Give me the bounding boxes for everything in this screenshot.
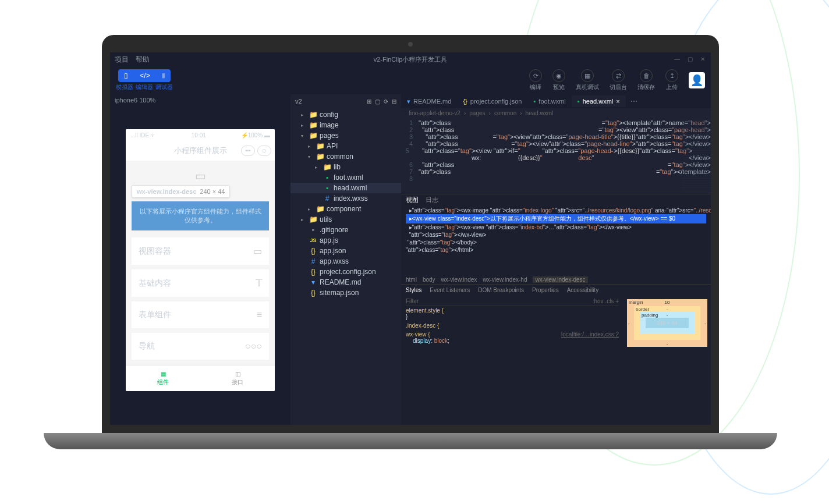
close-icon[interactable]: × xyxy=(616,98,619,105)
tab-dom[interactable]: 视图 xyxy=(406,196,419,204)
file-node[interactable]: {}project.config.json xyxy=(290,267,401,277)
file-node[interactable]: #index.wxss xyxy=(290,193,401,204)
dom-path-segment[interactable]: wx-view.index xyxy=(441,276,477,283)
editor-tab[interactable]: ▪head.wxml× xyxy=(572,95,626,107)
dom-node[interactable]: "attr">class="tag"></wx-view> xyxy=(406,231,706,239)
file-node[interactable]: ▪foot.wxml xyxy=(290,172,401,183)
inspected-element: 以下将展示小程序官方组件能力，组件样式仅供参考。 xyxy=(132,201,269,230)
new-file-icon[interactable]: ⊞ xyxy=(367,98,371,105)
grid-icon: ▦ xyxy=(161,371,166,377)
folder-icon: 📁 xyxy=(309,111,317,119)
dom-path-segment[interactable]: html xyxy=(406,276,417,283)
remote-debug-button[interactable]: ▦真机调试 xyxy=(576,69,599,91)
breadcrumb-segment[interactable]: common xyxy=(494,110,516,116)
mode-debugger-button[interactable]: ⫴ xyxy=(156,69,171,82)
compile-button[interactable]: ⟳编译 xyxy=(529,69,542,91)
file-node[interactable]: {}app.json xyxy=(290,246,401,256)
nav-close-button[interactable]: ⊙ xyxy=(257,145,271,156)
folder-node[interactable]: ▸📁utils xyxy=(290,214,401,225)
status-signal: ...ll IDE ᯤ xyxy=(130,132,157,139)
phone-nav-bar: 小程序组件展示 ••• ⊙ xyxy=(126,141,275,161)
mode-editor-button[interactable]: </> xyxy=(134,69,155,82)
styles-subtab[interactable]: Styles xyxy=(406,287,421,293)
dom-node[interactable]: "attr">class="tag"></html> xyxy=(406,246,706,254)
dom-node[interactable]: ▸<wx-view class="index-desc">以下将展示小程序官方组… xyxy=(406,214,706,223)
filter-controls[interactable]: :hov .cls + xyxy=(593,298,619,304)
styles-subtab[interactable]: DOM Breakpoints xyxy=(478,287,524,293)
folder-node[interactable]: ▸📁image xyxy=(290,120,401,130)
folder-node[interactable]: ▸📁component xyxy=(290,204,401,214)
file-node[interactable]: #app.wxss xyxy=(290,256,401,267)
minimap[interactable] xyxy=(682,118,711,194)
file-node[interactable]: ▪head.wxml xyxy=(290,183,401,193)
new-folder-icon[interactable]: ▢ xyxy=(375,98,380,105)
maximize-button[interactable]: ▢ xyxy=(686,56,693,63)
menu-help[interactable]: 帮助 xyxy=(136,55,150,65)
dom-node[interactable]: ▸"attr">class="tag"><wx-view "attr">clas… xyxy=(406,223,706,231)
file-node[interactable]: JSapp.js xyxy=(290,235,401,246)
minimize-button[interactable]: — xyxy=(674,56,681,63)
component-category-item[interactable]: 导航○○○ xyxy=(132,333,269,360)
file-icon: ▫ xyxy=(309,226,317,234)
folder-node[interactable]: ▸📁config xyxy=(290,109,401,120)
file-node[interactable]: {}sitemap.json xyxy=(290,288,401,298)
dom-path-segment[interactable]: wx-view.index-hd xyxy=(483,276,527,283)
editor-tab[interactable]: {}project.config.json xyxy=(457,95,527,107)
editor-area: ▾README.md{}project.config.json▪foot.wxm… xyxy=(401,94,711,425)
upload-button[interactable]: ↥上传 xyxy=(665,69,678,91)
tab-components[interactable]: ▦组件 xyxy=(126,366,200,391)
styles-subtab[interactable]: Properties xyxy=(532,287,559,293)
avatar[interactable]: 👤 xyxy=(689,72,705,88)
component-category-item[interactable]: 基础内容𝕋 xyxy=(132,269,269,297)
code-editor[interactable]: 1"attr">class="tag"><template "attr">nam… xyxy=(401,118,711,194)
folder-icon: 📁 xyxy=(316,142,324,150)
file-node[interactable]: ▫.gitignore xyxy=(290,225,401,235)
editor-tab[interactable]: ▪foot.wxml xyxy=(527,95,571,107)
toolbar: ▯ </> ⫴ 模拟器 编辑器 调试器 ⟳编译 ◉预览 ▦真机调试 ⇄切后台 xyxy=(110,66,711,94)
box-model: margin 10 - - - border - p xyxy=(623,296,711,425)
remote-icon: ▦ xyxy=(581,69,594,82)
nav-more-button[interactable]: ••• xyxy=(241,145,255,156)
wxss-icon: # xyxy=(323,194,331,203)
folder-node[interactable]: ▾📁pages xyxy=(290,130,401,141)
styles-panel[interactable]: Filter :hov .cls + element.style {}.inde… xyxy=(401,296,623,425)
editor-tab[interactable]: ▾README.md xyxy=(401,95,457,108)
close-button[interactable]: ✕ xyxy=(699,56,706,63)
component-category-item[interactable]: 表单组件≡ xyxy=(132,301,269,328)
breadcrumb-segment[interactable]: head.wxml xyxy=(526,110,554,116)
breadcrumb-segment[interactable]: fino-applet-demo-v2 xyxy=(409,110,460,116)
folder-node[interactable]: ▸📁lib xyxy=(290,162,401,172)
refresh-icon[interactable]: ⟳ xyxy=(384,98,388,105)
tab-log[interactable]: 日志 xyxy=(426,196,438,204)
styles-subtab[interactable]: Event Listeners xyxy=(430,287,470,293)
clear-cache-button[interactable]: 🗑清缓存 xyxy=(637,69,655,91)
category-icon: ▭ xyxy=(253,246,262,257)
folder-node[interactable]: ▾📁common xyxy=(290,151,401,162)
css-rule[interactable]: element.style {} xyxy=(406,306,619,321)
styles-subtab[interactable]: Accessibility xyxy=(567,287,598,293)
mode-editor-label: 编辑器 xyxy=(136,83,153,91)
css-rule[interactable]: wx-view {localfile:/…index.css:2display:… xyxy=(406,330,619,345)
tab-api[interactable]: ◫接口 xyxy=(200,366,275,391)
dom-node[interactable]: "attr">class="tag"></body> xyxy=(406,239,706,246)
dom-node[interactable]: ▸"attr">class="tag"><wx-image "attr">cla… xyxy=(406,207,706,214)
filter-input[interactable]: Filter xyxy=(406,298,419,304)
file-node[interactable]: ▾README.md xyxy=(290,277,401,288)
preview-button[interactable]: ◉预览 xyxy=(552,69,565,91)
wxss-icon: # xyxy=(309,257,317,265)
dom-path-segment[interactable]: body xyxy=(423,276,435,283)
dom-path-segment[interactable]: wx-view.index-desc xyxy=(533,276,587,283)
breadcrumb-segment[interactable]: pages xyxy=(469,110,485,116)
tabs-overflow[interactable]: ⋯ xyxy=(626,97,642,105)
collapse-icon[interactable]: ⊟ xyxy=(392,98,396,105)
folder-node[interactable]: ▸📁API xyxy=(290,141,401,151)
file-explorer: v2 ⊞ ▢ ⟳ ⊟ ▸📁config▸📁image▾📁pages▸📁API▾📁… xyxy=(290,94,401,425)
devtools-top-tabs: 视图 日志 xyxy=(401,194,711,205)
menu-project[interactable]: 项目 xyxy=(115,55,129,65)
css-rule[interactable]: .index-desc {</span></div><div class="st… xyxy=(406,321,619,330)
component-category-item[interactable]: 视图容器▭ xyxy=(132,237,269,265)
mode-simulator-button[interactable]: ▯ xyxy=(118,69,134,82)
background-button[interactable]: ⇄切后台 xyxy=(610,69,627,91)
json-icon: {} xyxy=(309,247,317,255)
dom-inspector[interactable]: ▸"attr">class="tag"><wx-image "attr">cla… xyxy=(401,205,711,275)
